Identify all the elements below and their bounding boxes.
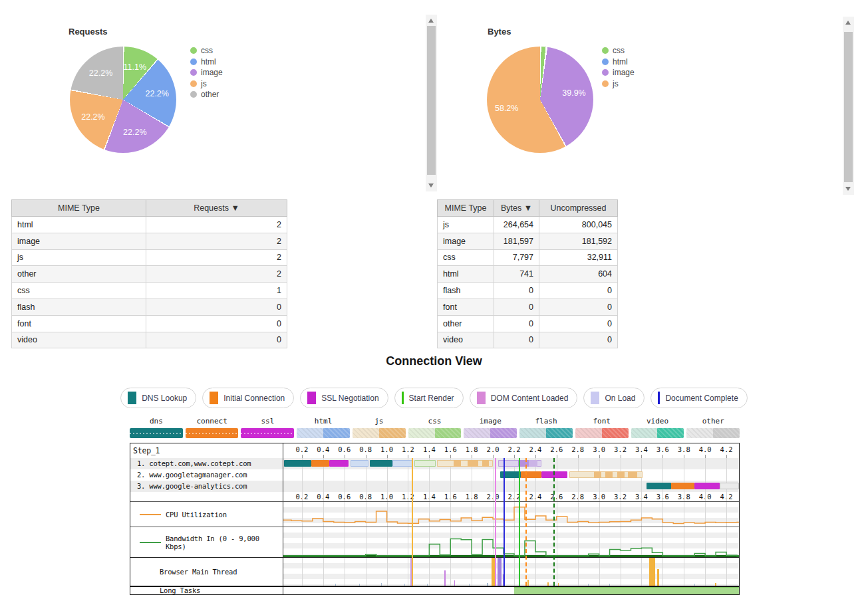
value-cell: 0: [494, 299, 539, 315]
requests-pie-legend: csshtmlimagejsother: [190, 45, 223, 100]
mime-key-ssl: ssl: [241, 417, 294, 438]
request-bar-connect[interactable]: [671, 483, 694, 489]
legend-pill-dns-lookup[interactable]: DNS Lookup: [120, 388, 196, 408]
legend-color-dot: [190, 80, 197, 87]
legend-color-dot: [602, 47, 609, 54]
legend-pill-start-render[interactable]: Start Render: [394, 388, 464, 408]
bytes-pie-chart[interactable]: 39.9%58.2%: [487, 47, 593, 153]
axis-tick-label: 3.0: [593, 445, 605, 453]
column-header[interactable]: MIME Type: [438, 200, 494, 217]
scroll-up-arrow-icon[interactable]: [428, 19, 434, 23]
table-header-row: MIME TypeBytes ▼Uncompressed: [438, 200, 618, 217]
requests-chart-title: Requests: [69, 27, 374, 37]
gridline: [641, 458, 642, 469]
request-bar-dns[interactable]: [370, 460, 392, 467]
mime-key-css: css: [408, 417, 462, 438]
bytes-pie-wrap: 39.9%58.2%: [487, 47, 593, 153]
main-thread-activity-spike: [381, 583, 382, 586]
request-bar-js_chunk[interactable]: [468, 460, 478, 467]
dns-lookup-color-chip-icon: [128, 392, 136, 404]
request-bar-image_chunk[interactable]: [518, 460, 529, 467]
mime-key-connect: connect: [186, 417, 239, 438]
mime-type-cell: flash: [12, 299, 146, 315]
request-bar-js_chunk[interactable]: [628, 471, 637, 478]
cpu-label-text: CPU Utilization: [166, 511, 227, 519]
main-thread-activity-spike: [335, 584, 336, 586]
value-cell: 0: [146, 332, 287, 348]
request-host-label[interactable]: 2. www.googletagmanager.com: [130, 469, 283, 481]
mime-key-dns: dns: [130, 417, 183, 438]
gridline: [705, 458, 706, 469]
requests-pie-chart[interactable]: 11.1%22.2%22.2%22.2%22.2%: [70, 47, 176, 153]
pie-slice-percent-label: 22.2%: [145, 89, 168, 98]
request-bar-dns[interactable]: [647, 483, 671, 489]
request-bar-js_chunk[interactable]: [454, 460, 461, 467]
gridline: [599, 458, 600, 469]
gridline: [408, 492, 408, 501]
legend-label: html: [201, 57, 216, 66]
request-bar-dns[interactable]: [500, 471, 520, 478]
webpagetest-results-page: Requests 11.1%22.2%22.2%22.2%22.2% cssht…: [0, 0, 868, 599]
scroll-up-arrow-icon[interactable]: [845, 21, 851, 25]
connection-view-title: Connection View: [0, 354, 868, 368]
request-bar-ssl[interactable]: [329, 460, 349, 467]
legend-pill-on-load[interactable]: On Load: [583, 388, 645, 408]
legend-pill-dom-content-loaded[interactable]: DOM Content Loaded: [470, 388, 578, 408]
scrollbar-thumb[interactable]: [844, 32, 853, 182]
request-bar-ssl[interactable]: [541, 471, 567, 478]
request-bar-html[interactable]: [351, 460, 368, 467]
gridline: [387, 469, 388, 481]
scrollbar-right[interactable]: [843, 17, 854, 195]
main-thread-activity-spike: [527, 580, 529, 586]
gridline: [684, 458, 684, 469]
legend-pill-document-complete[interactable]: Document Complete: [651, 388, 747, 408]
request-bar-js_chunk[interactable]: [594, 471, 601, 478]
gridline: [578, 558, 579, 586]
request-bar-js_chunk[interactable]: [617, 471, 625, 478]
request-bar-html[interactable]: [392, 460, 412, 467]
gridline: [641, 492, 642, 501]
mime-key-label: connect: [186, 417, 239, 428]
pie-legend-item-html: html: [190, 57, 223, 68]
request-bar-js_chunk[interactable]: [482, 460, 489, 467]
pie-legend-item-other: other: [190, 89, 223, 100]
axis-tick-label: 2.6: [550, 445, 563, 453]
requests-pie-wrap: 11.1%22.2%22.2%22.2%22.2%: [70, 47, 176, 153]
legend-pill-initial-connection[interactable]: Initial Connection: [202, 388, 294, 408]
request-bar-connect[interactable]: [311, 460, 329, 467]
gridline: [705, 469, 706, 481]
request-bar-css[interactable]: [414, 460, 436, 467]
legend-label: js: [201, 79, 207, 88]
gridline: [599, 558, 600, 586]
axis-tick-label: 2.0: [487, 445, 500, 453]
mime-key-color-bar: [575, 428, 629, 438]
request-host-label[interactable]: 3. www.google-analytics.com: [130, 481, 283, 492]
scroll-down-arrow-icon[interactable]: [845, 187, 851, 191]
column-header[interactable]: Bytes ▼: [494, 200, 539, 217]
table-row: html741604: [438, 266, 618, 283]
request-bar-other[interactable]: [720, 483, 739, 489]
bandwidth-row-label: Bandwidth In (0 - 9,000 Kbps): [130, 527, 283, 557]
request-bar-connect[interactable]: [521, 471, 542, 478]
gridline: [450, 469, 451, 481]
request-bar-ssl[interactable]: [694, 483, 720, 489]
scrollbar-thumb[interactable]: [427, 26, 436, 175]
legend-pill-ssl-negotiation[interactable]: SSL Negotiation: [300, 388, 388, 408]
request-bar-image_chunk2[interactable]: [529, 460, 537, 467]
requests-pie-panel: Requests 11.1%22.2%22.2%22.2%22.2% cssht…: [69, 27, 374, 180]
scroll-down-arrow-icon[interactable]: [428, 183, 434, 187]
legend-label: css: [201, 46, 213, 55]
column-header[interactable]: Requests ▼: [146, 200, 287, 217]
long-task-bar: [514, 587, 739, 594]
column-header[interactable]: Uncompressed: [539, 200, 618, 217]
scrollbar-middle[interactable]: [426, 15, 437, 191]
mime-key-color-bar: [464, 428, 517, 438]
request-host-label[interactable]: 1. cotept.com,www.cotept.com: [130, 458, 283, 469]
main-thread-activity-spike: [469, 584, 470, 586]
value-cell: 181,597: [494, 233, 539, 249]
request-bar-dns[interactable]: [284, 460, 311, 467]
gridline: [514, 492, 515, 501]
main-thread-activity-spike: [454, 580, 455, 586]
column-header[interactable]: MIME Type: [12, 200, 146, 217]
request-bar-js_chunk[interactable]: [605, 471, 613, 478]
